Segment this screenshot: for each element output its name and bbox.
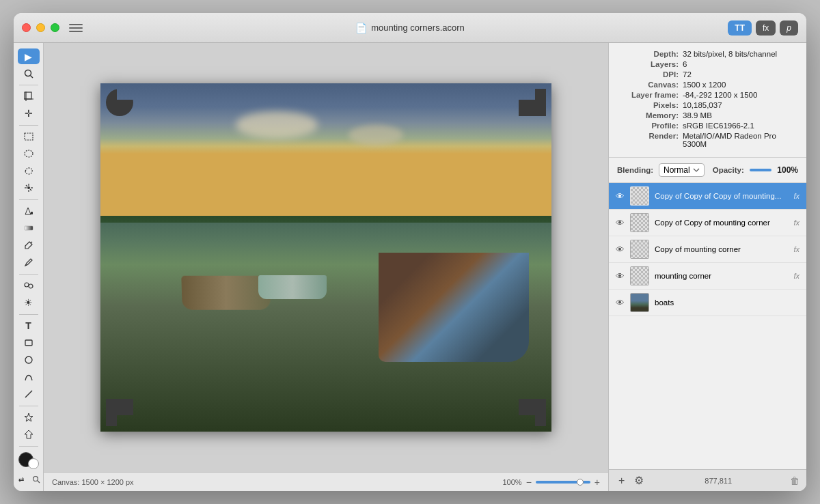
layer-row[interactable]: 👁 mounting corner fx xyxy=(609,263,806,290)
layer-visibility-icon[interactable]: 👁 xyxy=(616,298,625,308)
layer-row[interactable]: 👁 boats xyxy=(609,290,806,316)
delete-layer-button[interactable]: 🗑 xyxy=(790,475,800,486)
arrow-shape-tool[interactable] xyxy=(18,427,40,443)
zoom-slider[interactable] xyxy=(536,481,590,484)
layer-thumbnail xyxy=(630,266,649,285)
text-tool[interactable]: T xyxy=(18,318,40,334)
layer-row[interactable]: 👁 Copy of Copy of Copy of mounting... fx xyxy=(609,183,806,210)
close-button[interactable] xyxy=(22,23,31,32)
select-tool[interactable]: ▶ xyxy=(18,48,40,64)
p-button[interactable]: p xyxy=(780,20,798,36)
app-window: 📄 mounting corners.acorn TT fx p ▶ ✛ xyxy=(14,13,806,491)
zoom-search[interactable] xyxy=(30,473,42,486)
svg-point-22 xyxy=(25,356,32,363)
layer-fx-button[interactable]: fx xyxy=(793,245,800,253)
color-swatches[interactable] xyxy=(18,452,39,469)
zoom-out-button[interactable]: − xyxy=(526,477,532,488)
minimize-button[interactable] xyxy=(36,23,45,32)
depth-value: 32 bits/pixel, 8 bits/channel xyxy=(683,50,777,58)
info-section: Depth: 32 bits/pixel, 8 bits/channel Lay… xyxy=(609,43,806,158)
zoom-in-button[interactable]: + xyxy=(594,477,600,488)
memory-value: 38.9 MB xyxy=(683,111,712,120)
layer-row[interactable]: 👁 Copy of mounting corner fx xyxy=(609,236,806,263)
opacity-slider[interactable] xyxy=(750,169,772,171)
ellipse-select-tool[interactable] xyxy=(18,146,40,162)
layer-fx-button[interactable]: fx xyxy=(793,219,800,227)
background-color[interactable] xyxy=(28,458,39,469)
gradient-tool[interactable] xyxy=(18,221,40,236)
move-tool[interactable]: ✛ xyxy=(18,106,40,122)
svg-point-0 xyxy=(25,70,31,76)
depth-label: Depth: xyxy=(617,50,679,58)
blending-mode-select[interactable]: Normal xyxy=(659,163,705,177)
layer-visibility-icon[interactable]: 👁 xyxy=(616,218,625,228)
svg-line-27 xyxy=(38,481,40,483)
layer-thumbnail xyxy=(630,186,649,206)
eyedropper-tool[interactable] xyxy=(18,238,40,253)
rect-select-tool[interactable] xyxy=(18,129,40,145)
boat-fg xyxy=(379,253,529,362)
clone-tool[interactable] xyxy=(18,278,40,294)
svg-rect-15 xyxy=(31,212,33,214)
add-layer-button[interactable]: + xyxy=(616,475,627,487)
fx-button[interactable]: fx xyxy=(756,20,776,36)
bezier-tool[interactable] xyxy=(18,369,40,385)
maximize-button[interactable] xyxy=(51,23,59,32)
window-title: mounting corners.acorn xyxy=(371,23,465,33)
layer-row[interactable]: 👁 Copy of Copy of mounting corner fx xyxy=(609,210,806,236)
svg-line-1 xyxy=(30,75,33,78)
star-tool[interactable] xyxy=(18,410,40,425)
layer-thumb-checker xyxy=(631,214,648,232)
sharpen-tool[interactable]: ☀ xyxy=(18,295,40,311)
info-memory-row: Memory: 38.9 MB xyxy=(617,111,798,120)
cloud-1 xyxy=(236,111,318,139)
svg-rect-16 xyxy=(25,226,33,230)
canvas-image xyxy=(100,83,551,432)
canvas-viewport[interactable] xyxy=(44,43,608,472)
toolbar-divider-4 xyxy=(19,274,38,275)
layer-visibility-icon[interactable]: 👁 xyxy=(616,271,625,281)
svg-line-11 xyxy=(26,185,27,186)
rect-shape-tool[interactable] xyxy=(18,335,40,351)
memory-label: Memory: xyxy=(617,111,679,120)
toolbar-divider-6 xyxy=(19,406,38,406)
paint-bucket-tool[interactable] xyxy=(18,204,40,219)
info-layerframe-row: Layer frame: -84,-292 1200 x 1500 xyxy=(617,91,798,99)
layers-footer: + ⚙ 877,811 🗑 xyxy=(609,469,806,491)
pixels-label: Pixels: xyxy=(617,101,679,109)
layers-label: Layers: xyxy=(617,60,679,68)
crop-tool[interactable] xyxy=(18,89,40,104)
pen-tool[interactable] xyxy=(18,255,40,270)
magic-wand-tool[interactable] xyxy=(18,180,40,196)
layer-fx-button[interactable]: fx xyxy=(793,272,800,280)
layer-settings-button[interactable]: ⚙ xyxy=(631,474,646,487)
layer-thumb-checker xyxy=(631,267,648,285)
profile-value: sRGB IEC61966-2.1 xyxy=(683,122,754,130)
info-pixels-row: Pixels: 10,185,037 xyxy=(617,101,798,109)
layer-thumbnail xyxy=(630,240,649,259)
layer-name: Copy of mounting corner xyxy=(655,245,788,253)
pixels-value: 10,185,037 xyxy=(683,101,722,109)
toolbar-divider-1 xyxy=(19,85,38,85)
layer-frame-value: -84,-292 1200 x 1500 xyxy=(683,91,757,99)
layer-visibility-icon[interactable]: 👁 xyxy=(616,244,625,255)
layer-count: 877,811 xyxy=(651,477,786,485)
zoom-tool[interactable] xyxy=(18,66,40,81)
info-canvas-row: Canvas: 1500 x 1200 xyxy=(617,81,798,89)
sidebar-toggle-button[interactable] xyxy=(69,23,83,33)
text-tool-button[interactable]: TT xyxy=(728,20,752,36)
document-icon: 📄 xyxy=(355,23,367,33)
layer-fx-button[interactable]: fx xyxy=(793,192,800,200)
lasso-tool[interactable] xyxy=(18,163,40,179)
header-buttons: TT fx p xyxy=(728,20,798,36)
info-dpi-row: DPI: 72 xyxy=(617,70,798,79)
layer-visibility-icon[interactable]: 👁 xyxy=(616,191,625,201)
line-tool[interactable] xyxy=(18,387,40,402)
window-title-area: 📄 mounting corners.acorn xyxy=(355,23,465,33)
extra-tools: ⇄ xyxy=(15,473,42,486)
dpi-value: 72 xyxy=(683,70,692,79)
info-render-row: Render: Metal/IO/AMD Radeon Pro 5300M xyxy=(617,132,798,148)
oval-tool[interactable] xyxy=(18,352,40,368)
opacity-value: 100% xyxy=(777,165,798,175)
swap-colors[interactable]: ⇄ xyxy=(15,473,27,486)
